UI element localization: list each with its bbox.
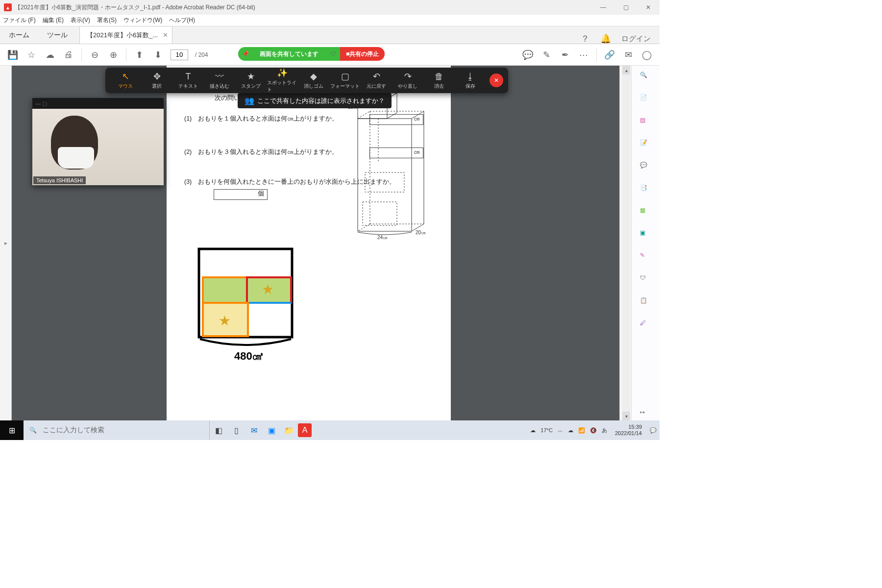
compress-icon[interactable]: ▦ — [640, 207, 652, 219]
more-icon[interactable]: ⋯ — [578, 49, 589, 61]
annot-format[interactable]: ▢フォーマット — [330, 71, 360, 90]
weather-icon[interactable]: ☁ — [530, 427, 536, 434]
annot-save[interactable]: ⭳保存 — [455, 71, 486, 90]
email-icon[interactable]: ✉ — [622, 49, 634, 61]
bell-icon[interactable]: 🔔 — [601, 34, 611, 44]
minimize-button[interactable]: — — [592, 0, 614, 15]
taskbar-explorer-icon[interactable]: 📁 — [280, 421, 298, 439]
save-icon[interactable]: 💾 — [7, 49, 19, 61]
share-pin-icon[interactable]: 📌 — [238, 47, 252, 61]
task-view-icon[interactable]: ◧ — [210, 421, 227, 439]
search-plus-icon[interactable]: 🔍 — [640, 72, 652, 83]
annot-clear[interactable]: 🗑消去 — [424, 71, 454, 90]
annot-undo[interactable]: ↶元に戻す — [361, 71, 392, 90]
tray-chevron-icon[interactable]: ︿ — [558, 427, 563, 434]
titlebar: ▲ 【2021年度】小6算数_演習問題・ホームタスク_Ⅰ-1.pdf - Ado… — [0, 0, 660, 15]
zoom-annotation-toolbar[interactable]: ↖マウス ✥選択 Tテキスト 〰描き込む ★スタンプ ✨スポットライト ◆消しゴ… — [105, 68, 508, 93]
tray-wifi-icon[interactable]: 📶 — [578, 427, 585, 434]
cloud-icon[interactable]: ☁ — [44, 49, 56, 61]
svg-line-15 — [358, 224, 370, 231]
webcam-header[interactable]: — ▢ — [32, 98, 164, 109]
comment-icon[interactable]: 💬 — [522, 49, 534, 61]
start-button[interactable]: ⊞ — [0, 420, 24, 440]
sign-in-button[interactable]: ログイン — [621, 34, 651, 44]
tab-bar: ホーム ツール 【2021年度】小6算数_... ✕ ？ 🔔 ログイン — [0, 26, 660, 44]
menu-sign[interactable]: 署名(S) — [97, 16, 117, 24]
tray-volume-icon[interactable]: 🔇 — [590, 427, 597, 434]
annot-close-icon[interactable]: ✕ — [490, 74, 503, 87]
tray-onedrive-icon[interactable]: ☁ — [568, 427, 573, 434]
annot-text[interactable]: Tテキスト — [173, 71, 203, 90]
menu-view[interactable]: 表示(V) — [71, 16, 90, 24]
annotation-drawing: ★ ★ 480㎤ — [194, 247, 302, 366]
stop-share-button[interactable]: ■ 共有の停止 — [340, 47, 385, 61]
page-number-input[interactable] — [171, 49, 188, 60]
menu-file[interactable]: ファイル (F) — [3, 16, 36, 24]
svg-text:20㎝: 20㎝ — [416, 230, 426, 235]
tray-clock[interactable]: 15:392022/01/14 — [612, 424, 645, 437]
sign-icon[interactable]: ✒ — [559, 49, 571, 61]
menu-window[interactable]: ウィンドウ(W) — [123, 16, 162, 24]
maximize-button[interactable]: ▢ — [614, 0, 637, 15]
svg-text:24㎝: 24㎝ — [377, 235, 388, 240]
taskbar-acrobat-icon[interactable]: A — [298, 423, 312, 437]
tray-ime-icon[interactable]: あ — [602, 427, 607, 434]
taskbar-search[interactable]: 🔍 ここに入力して検索 — [24, 420, 210, 440]
svg-marker-8 — [358, 119, 412, 231]
page-up-icon[interactable]: ⬆ — [133, 49, 145, 61]
request-esign-icon[interactable]: 📋 — [640, 297, 652, 309]
annot-mouse[interactable]: ↖マウス — [110, 71, 141, 90]
highlight-icon[interactable]: ✎ — [540, 49, 552, 61]
annot-stamp[interactable]: ★スタンプ — [236, 71, 266, 90]
tools-side-panel: 🔍 📄 ▤ 📝 💬 📑 ▦ ▣ ✎ 🛡 📋 🖊 ↦ — [631, 66, 660, 420]
pdf-app-icon: ▲ — [4, 3, 12, 11]
zoom-out-icon[interactable]: ⊖ — [89, 49, 100, 61]
weather-temp[interactable]: 17°C — [540, 427, 553, 433]
left-panel-toggle[interactable]: ▸ — [0, 66, 12, 420]
star-icon[interactable]: ☆ — [25, 49, 37, 61]
print-icon[interactable]: 🖨 — [63, 49, 74, 61]
combine-icon[interactable]: 📑 — [640, 184, 652, 196]
taskbar-mail-icon[interactable]: ✉ — [245, 421, 263, 439]
tab-home[interactable]: ホーム — [0, 27, 38, 44]
menu-help[interactable]: ヘルプ(H) — [169, 16, 195, 24]
comment-tool-icon[interactable]: 💬 — [640, 162, 652, 173]
tab-tools[interactable]: ツール — [38, 27, 76, 44]
redact-icon[interactable]: ▣ — [640, 229, 652, 241]
help-icon[interactable]: ？ — [580, 34, 590, 44]
organize-icon[interactable]: ▤ — [640, 117, 652, 128]
edit-pdf-icon[interactable]: 📝 — [640, 139, 652, 151]
svg-line-9 — [412, 111, 424, 119]
collapse-sidepanel-icon[interactable]: ↦ — [640, 409, 652, 420]
tab-document-label: 【2021年度】小6算数_... — [87, 31, 158, 40]
account-icon[interactable]: ◯ — [641, 49, 653, 61]
protect-icon[interactable]: 🛡 — [640, 274, 652, 286]
svg-rect-23 — [203, 277, 247, 303]
annot-eraser[interactable]: ◆消しゴム — [298, 71, 329, 90]
menu-edit[interactable]: 編集 (E) — [43, 16, 64, 24]
tab-close-icon[interactable]: ✕ — [163, 31, 168, 39]
tray-notifications-icon[interactable]: 💬 — [650, 427, 657, 434]
annot-draw[interactable]: 〰描き込む — [204, 71, 235, 90]
share-link-icon[interactable]: 🔗 — [604, 49, 615, 61]
taskbar-zoom-icon[interactable]: ▣ — [263, 421, 280, 439]
annot-select[interactable]: ✥選択 — [142, 71, 172, 90]
annot-redo[interactable]: ↷やり直し — [392, 71, 423, 90]
zoom-webcam-window[interactable]: — ▢ Tetsuya ISHIBASHI — [32, 98, 164, 185]
main-toolbar: 💾 ☆ ☁ 🖨 ⊖ ⊕ ⬆ ⬇ / 204 💬 ✎ ✒ ⋯ 🔗 ✉ ◯ 📌 画面… — [0, 44, 660, 66]
scroll-up-icon[interactable]: ▴ — [622, 66, 630, 74]
fill-sign-icon[interactable]: ✎ — [640, 252, 652, 264]
zoom-in-icon[interactable]: ⊕ — [107, 49, 119, 61]
webcam-video: Tetsuya ISHIBASHI — [32, 109, 164, 185]
tab-document[interactable]: 【2021年度】小6算数_... ✕ — [79, 26, 172, 44]
taskbar-app-1[interactable]: ▯ — [227, 421, 245, 439]
export-pdf-icon[interactable]: 📄 — [640, 94, 652, 106]
scroll-down-icon[interactable]: ▾ — [622, 412, 630, 420]
annot-spotlight[interactable]: ✨スポットライト — [267, 68, 297, 93]
vertical-scrollbar[interactable]: ▴ ▾ — [622, 66, 630, 420]
close-button[interactable]: ✕ — [637, 0, 660, 15]
share-shield-icon[interactable]: 🛡 — [326, 47, 340, 61]
more-tools-icon[interactable]: 🖊 — [640, 319, 652, 331]
share-audience-tooltip[interactable]: 👥 ここで共有した内容は誰に表示されますか？ — [238, 93, 392, 108]
page-down-icon[interactable]: ⬇ — [152, 49, 164, 61]
